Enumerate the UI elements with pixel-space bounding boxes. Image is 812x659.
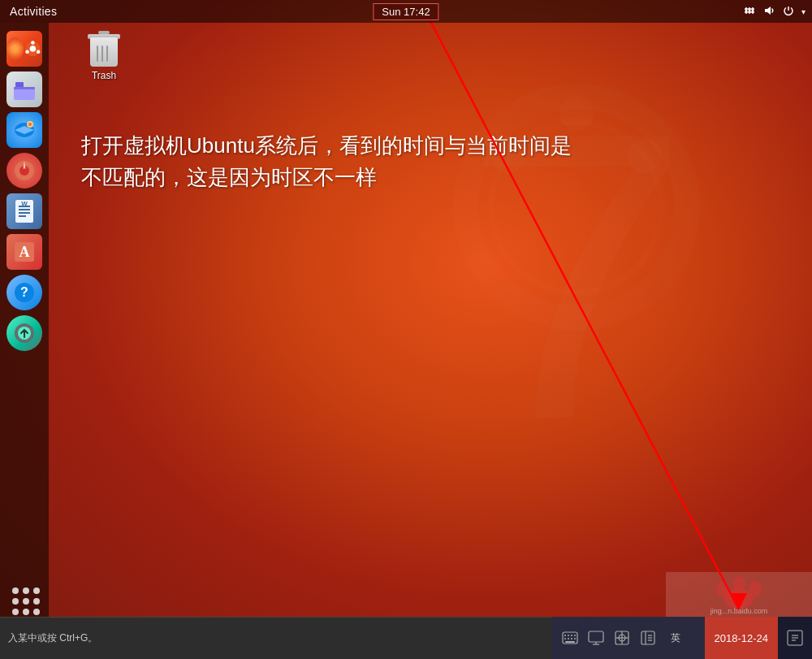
svg-marker-14 (765, 7, 771, 15)
clock-display[interactable]: Sun 17:42 (373, 3, 438, 20)
ubuntu-watermark: 7 (406, 49, 747, 536)
bottombar: 入某中或按 Ctrl+G。 (0, 617, 812, 659)
network-icon-btn[interactable] (611, 626, 633, 649)
trash-desktop-icon[interactable]: Trash (88, 31, 120, 81)
svg-point-5 (628, 139, 662, 173)
svg-text:jing...n.baidu.com: jing...n.baidu.com (710, 607, 768, 615)
sidebar-item-ubuntu[interactable] (6, 31, 42, 67)
sidebar-item-updater[interactable] (6, 315, 42, 351)
display-icon-btn[interactable] (585, 626, 607, 649)
annotation-text: 打开虚拟机Ubuntu系统后，看到的时间与当前时间是不匹配的，这是因为时区不一样 (81, 130, 572, 193)
svg-point-16 (30, 46, 37, 52)
topbar-right-icons: ▾ (743, 4, 806, 20)
svg-point-47 (749, 581, 762, 597)
lang-indicator[interactable]: 英 (663, 617, 689, 659)
svg-point-4 (559, 97, 594, 131)
sidebar-item-thunderbird[interactable] (6, 112, 42, 148)
trash-label: Trash (92, 70, 116, 81)
sidebar-item-files[interactable] (6, 72, 42, 107)
sidebar-item-rhythmbox[interactable] (6, 153, 42, 189)
svg-rect-59 (589, 631, 603, 642)
power-icon[interactable] (782, 4, 795, 20)
clock-container[interactable]: Sun 17:42 (373, 3, 438, 20)
desktop: 7 Activities Sun 17:42 (0, 0, 812, 659)
sidebar-toggle-btn[interactable] (637, 626, 659, 649)
show-apps-button[interactable] (8, 583, 41, 616)
svg-point-46 (732, 576, 745, 592)
svg-rect-22 (14, 87, 35, 89)
bottom-rightmost-btn[interactable] (778, 617, 812, 659)
annotation-container: 打开虚拟机Ubuntu系统后，看到的时间与当前时间是不匹配的，这是因为时区不一样 (81, 130, 572, 193)
trash-can-image (88, 31, 120, 67)
bottom-icons-area: 英 (552, 617, 705, 659)
network-icon[interactable] (743, 4, 756, 20)
chevron-down-icon[interactable]: ▾ (801, 7, 806, 16)
topbar: Activities Sun 17:42 (0, 0, 812, 23)
sidebar-dock: W A ? (0, 23, 49, 632)
baidu-watermark: jing...n.baidu.com (666, 572, 812, 617)
sidebar-item-writer[interactable]: W (6, 193, 42, 229)
sidebar-item-help[interactable]: ? (6, 275, 42, 310)
svg-text:?: ? (20, 285, 28, 299)
sidebar-item-font[interactable]: A (6, 234, 42, 270)
volume-icon[interactable] (762, 4, 775, 20)
svg-point-19 (26, 50, 30, 54)
keyboard-icon-btn[interactable] (559, 626, 581, 649)
svg-text:A: A (19, 244, 30, 260)
svg-point-45 (716, 581, 729, 597)
svg-text:W: W (21, 200, 28, 207)
bottom-panel: 英 2018-12-24 (552, 617, 812, 659)
svg-point-25 (28, 123, 32, 126)
date-text: 2018-12-24 (715, 632, 769, 644)
lang-text: 英 (671, 631, 680, 645)
date-display[interactable]: 2018-12-24 (705, 617, 779, 659)
svg-point-17 (31, 41, 35, 45)
svg-point-28 (23, 169, 26, 172)
svg-point-18 (37, 50, 41, 54)
clock-text: Sun 17:42 (382, 6, 430, 18)
activities-button[interactable]: Activities (6, 5, 60, 18)
